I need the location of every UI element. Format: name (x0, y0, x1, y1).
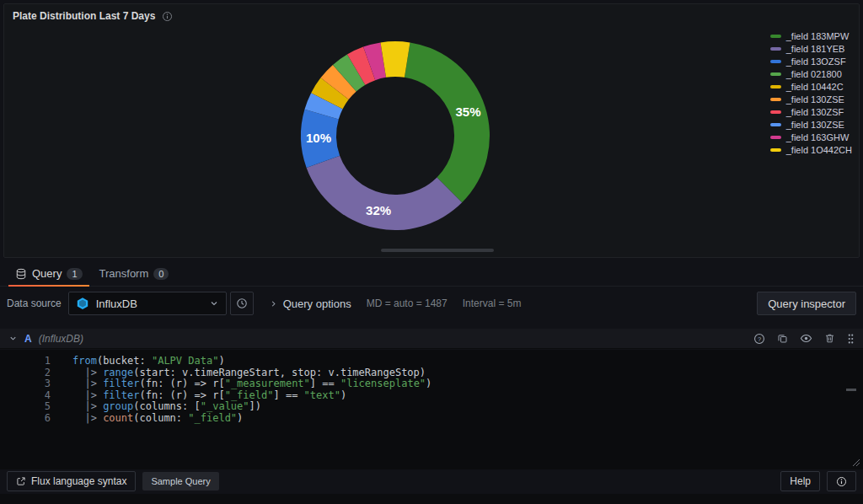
code-line[interactable]: |> filter(fn: (r) => r["_measurement"] =… (72, 378, 432, 390)
editor-tabbar: Query 1 Transform 0 (0, 261, 863, 287)
chevron-right-icon (269, 299, 278, 308)
donut-slice[interactable] (307, 156, 463, 230)
tab-transform[interactable]: Transform 0 (91, 261, 178, 286)
chevron-down-icon (209, 298, 219, 308)
donut-slice[interactable] (405, 42, 490, 202)
legend-color-mark (770, 85, 781, 88)
panel-info-icon[interactable] (162, 11, 173, 22)
legend-item[interactable]: _field 183MPW (770, 31, 852, 40)
legend-color-mark (770, 72, 781, 76)
query-inspector-label: Query inspector (768, 298, 845, 310)
datasource-label: Data source (7, 298, 62, 309)
line-number: 5 (0, 401, 51, 413)
donut-chart-svg: 35%32%10% (294, 35, 496, 237)
legend-item[interactable]: _field 130ZSE (770, 94, 852, 104)
line-number: 3 (0, 378, 51, 390)
query-row-actions: ? (753, 332, 855, 345)
query-row-header: A (InfluxDB) ? (0, 329, 863, 349)
legend-color-mark (770, 110, 781, 114)
editor-footer: Flux language syntax Sample Query Help (0, 469, 863, 493)
query-toolbar: Data source InfluxDB Query options MD = … (0, 289, 863, 318)
info-icon (836, 476, 847, 487)
legend-color-mark (770, 35, 781, 38)
legend-label: _field 1O442CH (786, 145, 852, 155)
query-inspector-button[interactable]: Query inspector (757, 292, 856, 315)
legend-label: _field 10442C (786, 82, 844, 92)
influxdb-logo-icon (76, 297, 89, 310)
legend-item[interactable]: _field 10442C (770, 82, 852, 91)
editor-scroll-marker[interactable] (846, 389, 856, 391)
line-number: 2 (0, 367, 51, 379)
legend-item[interactable]: _field 021800 (770, 69, 852, 78)
legend-label: _field 021800 (786, 69, 842, 79)
line-number: 4 (0, 390, 51, 402)
panel-scrollbar[interactable] (381, 249, 494, 252)
code-line[interactable]: |> group(columns: ["_value"]) (72, 401, 432, 413)
sample-query-button[interactable]: Sample Query (142, 472, 218, 491)
legend-color-mark (770, 47, 781, 51)
code-gutter: 123456 (0, 356, 54, 469)
help-label: Help (790, 475, 811, 487)
query-options-toggle[interactable]: Query options (269, 298, 351, 310)
editor-resize-handle[interactable] (852, 458, 860, 467)
legend-label: _field 130ZSE (786, 94, 844, 105)
tab-transform-label: Transform (99, 267, 149, 280)
bottom-strip (0, 494, 863, 504)
svg-text:?: ? (758, 335, 761, 342)
legend-label: _field 183MPW (786, 31, 850, 41)
legend-item[interactable]: _field 13OZSF (770, 56, 852, 66)
slice-percent-label: 32% (366, 203, 391, 217)
code-lines: from(bucket: "ALPV Data") |> range(start… (54, 356, 432, 469)
line-number: 1 (0, 356, 51, 367)
legend-color-mark (770, 136, 781, 139)
legend-label: _field 181YEB (786, 44, 845, 54)
legend-label: _field 130ZSE (786, 120, 844, 130)
panel-header: Plate Distribution Last 7 Days (4, 4, 859, 28)
delete-query-trash-icon[interactable] (824, 333, 835, 344)
flux-syntax-button[interactable]: Flux language syntax (7, 471, 136, 491)
slice-percent-label: 10% (306, 131, 331, 145)
chart-panel: Plate Distribution Last 7 Days 35%32%10%… (3, 3, 860, 258)
code-line[interactable]: |> count(column: "_field") (72, 413, 432, 425)
flux-syntax-label: Flux language syntax (31, 475, 126, 487)
legend-label: _field 130ZSF (786, 107, 844, 117)
chart-legend: _field 183MPW_field 181YEB_field 13OZSF_… (770, 31, 852, 154)
flux-code-editor[interactable]: 123456 from(bucket: "ALPV Data") |> rang… (0, 350, 863, 469)
help-button[interactable]: Help (780, 471, 820, 491)
interval-summary: Interval = 5m (463, 298, 522, 309)
legend-color-mark (770, 123, 781, 126)
legend-color-mark (770, 98, 781, 101)
query-options-label: Query options (283, 298, 351, 310)
query-ref-id: A (24, 333, 32, 345)
line-number: 6 (0, 413, 51, 425)
code-line[interactable]: from(bucket: "ALPV Data") (72, 356, 432, 367)
datasource-value: InfluxDB (96, 298, 137, 310)
legend-item[interactable]: _field 1O442CH (770, 145, 852, 154)
help-circle-icon[interactable]: ? (753, 333, 765, 345)
query-history-button[interactable] (230, 292, 254, 315)
info-button[interactable] (827, 471, 856, 491)
code-line[interactable]: |> range(start: v.timeRangeStart, stop: … (72, 367, 432, 379)
legend-color-mark (770, 60, 781, 63)
max-data-points-summary: MD = auto = 1487 (367, 298, 448, 309)
tab-query-label: Query (32, 267, 62, 280)
legend-item[interactable]: _field 130ZSF (770, 107, 852, 116)
clock-icon (236, 298, 248, 309)
sample-query-label: Sample Query (151, 476, 210, 486)
code-line[interactable]: |> filter(fn: (r) => r["_field"] == "tex… (72, 390, 432, 402)
external-link-icon (16, 476, 26, 486)
tab-query[interactable]: Query 1 (7, 261, 91, 286)
legend-item[interactable]: _field 163GHW (770, 132, 852, 142)
drag-handle-grip-icon[interactable] (847, 333, 855, 345)
query-datasource-hint: (InfluxDB) (39, 333, 83, 345)
legend-item[interactable]: _field 181YEB (770, 44, 852, 53)
toggle-visibility-eye-icon[interactable] (800, 332, 812, 345)
collapse-chevron-icon[interactable] (8, 334, 18, 343)
panel-title: Plate Distribution Last 7 Days (13, 10, 155, 22)
datasource-select[interactable]: InfluxDB (68, 292, 227, 315)
donut-chart: 35%32%10% (294, 35, 496, 237)
duplicate-query-icon[interactable] (777, 333, 788, 344)
slice-percent-label: 35% (455, 105, 480, 119)
legend-label: _field 163GHW (786, 132, 850, 142)
legend-item[interactable]: _field 130ZSE (770, 120, 852, 129)
